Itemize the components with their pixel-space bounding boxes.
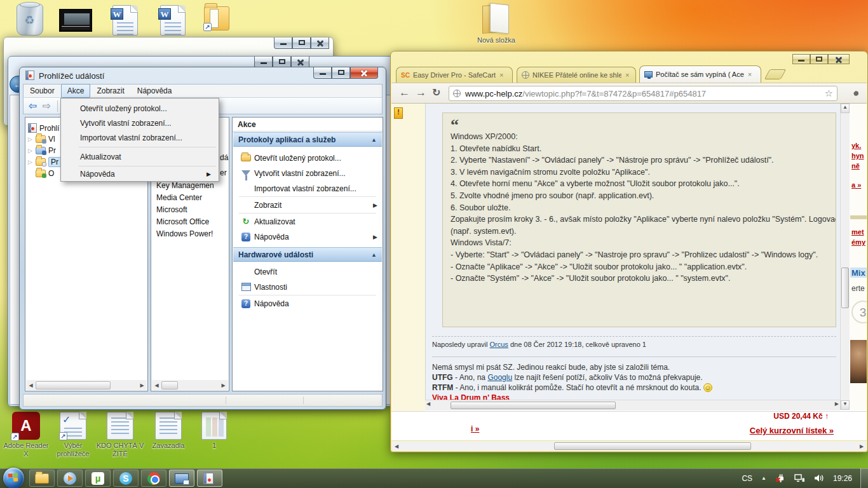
scrollbar-thumb[interactable]	[554, 442, 751, 450]
titlebar[interactable]: Prohlížeč událostí	[20, 67, 386, 84]
list-item[interactable]: Windows Power!	[156, 229, 213, 238]
horizontal-scrollbar[interactable]: ◀ ▶	[26, 380, 147, 390]
taskbar-event-viewer[interactable]	[197, 470, 222, 487]
action-refresh[interactable]: ↻ Aktualizovat	[238, 214, 377, 229]
taskbar-utorrent[interactable]: µ	[85, 470, 111, 487]
forward-button[interactable]: →	[416, 86, 426, 99]
tab-close-icon[interactable]: ×	[748, 71, 752, 78]
list-item[interactable]: Microsoft	[156, 205, 187, 214]
scrollbar-thumb[interactable]	[36, 381, 111, 390]
window-horizontal-scrollbar[interactable]: ◀ ▶	[391, 441, 867, 451]
action-properties[interactable]: Vlastnosti	[238, 280, 377, 294]
tree-item-protokoly-windows[interactable]: ▷ Pr	[28, 145, 56, 156]
sidebar-link[interactable]: met	[851, 228, 864, 236]
tree-item-protokoly-aplikaci[interactable]: ▷ Pr	[28, 156, 61, 167]
scroll-down-icon[interactable]: ▼	[841, 400, 850, 410]
new-tab-button[interactable]	[764, 69, 787, 79]
sidebar-link[interactable]: a »	[851, 181, 861, 189]
collapse-icon[interactable]: ▲	[371, 252, 377, 258]
desktop-icon-recycle-bin[interactable]: ♻	[5, 4, 55, 36]
menu-item-import-custom-view[interactable]: Importovat vlastní zobrazení...	[62, 130, 217, 145]
address-bar[interactable]: www.pc-help.cz/viewtopic.php?f=7&t=87472…	[449, 86, 837, 101]
maximize-button[interactable]	[292, 37, 311, 49]
scroll-right-icon[interactable]: ▶	[835, 401, 839, 407]
tree-item-odbery[interactable]: ▷ O	[28, 168, 54, 179]
action-create-custom-view[interactable]: Vytvořit vlastní zobrazení...	[238, 166, 377, 180]
sidebar-link[interactable]: ně	[851, 162, 860, 170]
scroll-right-icon[interactable]: ▶	[219, 383, 228, 388]
tab-close-icon[interactable]: ×	[625, 71, 629, 79]
author-link[interactable]: Orcus	[490, 341, 508, 348]
tree-item-vlastni-zobrazeni[interactable]: ▷ Vl	[28, 133, 55, 144]
tab-close-icon[interactable]: ×	[499, 71, 503, 79]
close-button[interactable]	[350, 67, 378, 79]
menu-zobrazit[interactable]: Zobrazit	[90, 84, 130, 98]
actions-group-protokoly[interactable]: Protokoly aplikací a služeb ▲	[233, 132, 382, 147]
network-icon[interactable]	[794, 474, 805, 482]
sidebar-link[interactable]: hyn	[851, 152, 864, 159]
taskbar-remote-viewer[interactable]	[169, 470, 194, 487]
menu-soubor[interactable]: Soubor	[24, 84, 61, 98]
scroll-right-icon[interactable]: ▶	[857, 444, 867, 449]
inner-horizontal-scrollbar[interactable]: ◀ ▶	[425, 400, 840, 410]
sidebar-link[interactable]: émy	[851, 238, 865, 246]
taskbar-media-player[interactable]	[57, 470, 83, 487]
tree-item-root[interactable]: Prohlí	[28, 123, 59, 133]
wrench-icon[interactable]	[848, 88, 858, 101]
collapse-icon[interactable]: ▲	[371, 137, 377, 143]
menu-item-open-saved-log[interactable]: Otevřít uložený protokol...	[62, 101, 217, 116]
clock[interactable]: 19:26	[833, 474, 852, 483]
scrollbar-thumb[interactable]	[841, 268, 849, 308]
volume-icon[interactable]	[814, 474, 824, 482]
list-item[interactable]: er	[220, 168, 227, 177]
back-button[interactable]: ←	[399, 86, 410, 99]
list-item[interactable]: Microsoft Office	[156, 217, 209, 226]
desktop-icon-zavazadla[interactable]: Zavazadla	[144, 412, 193, 450]
desktop-icon-vyber-prohlizece[interactable]: ✓ ↗ Výběr prohlížeče	[48, 412, 98, 458]
show-desktop-button[interactable]	[860, 468, 868, 488]
desktop-icon-photo[interactable]	[51, 9, 100, 32]
minimize-button[interactable]	[313, 67, 332, 79]
action-view-submenu[interactable]: Zobrazit ▶	[238, 198, 377, 212]
action-help-submenu[interactable]: ? Nápověda ▶	[238, 229, 377, 244]
tab-easy-driver-pro[interactable]: SC Easy Driver Pro - SafeCart ×	[396, 67, 513, 83]
taskbar-chrome[interactable]	[141, 470, 166, 487]
desktop-icon-1[interactable]: 1	[189, 412, 239, 450]
tab-pocitac-se-sam-vypina[interactable]: Počítač se sám vypíná ( Ace ×	[639, 65, 761, 83]
scrollbar-thumb[interactable]	[161, 381, 178, 390]
google-link[interactable]: Googlu	[487, 373, 512, 382]
minimize-button[interactable]	[792, 54, 810, 64]
expand-icon[interactable]: ▷	[28, 147, 36, 154]
horizontal-scrollbar[interactable]: ◀ ▶	[152, 380, 228, 390]
minimize-button[interactable]	[274, 37, 292, 49]
scroll-right-icon[interactable]: ▶	[137, 383, 147, 388]
menu-item-create-custom-view[interactable]: Vytvořit vlastní zobrazení...	[62, 116, 217, 130]
desktop-icon-word-document-2[interactable]: W	[148, 5, 198, 36]
browser-window[interactable]: SC Easy Driver Pro - SafeCart × NIKEE Př…	[390, 51, 868, 452]
menu-item-refresh[interactable]: Aktualizovat	[62, 149, 217, 164]
sidebar-link[interactable]: yk.	[851, 142, 861, 149]
desktop-icon-nova-slozka[interactable]: Nová složka	[471, 3, 521, 44]
language-indicator[interactable]: CS	[742, 474, 752, 483]
desktop-icon-folder-shortcut[interactable]: ↗	[192, 6, 241, 30]
scroll-left-icon[interactable]: ◀	[26, 383, 36, 388]
actions-group-hardwarove[interactable]: Hardwarové události ▲	[233, 247, 382, 262]
close-button[interactable]	[828, 54, 850, 64]
scrollbar-thumb[interactable]	[451, 402, 616, 409]
scroll-left-icon[interactable]: ◀	[391, 444, 402, 449]
list-item[interactable]: Media Center	[156, 193, 202, 202]
start-button[interactable]	[3, 468, 24, 488]
more-link[interactable]: i »	[471, 424, 479, 433]
expand-icon[interactable]: ▷	[28, 136, 36, 142]
scroll-left-icon[interactable]: ◀	[152, 383, 161, 388]
desktop-icon-word-document-1[interactable]: W	[100, 5, 150, 36]
close-button[interactable]	[311, 37, 329, 49]
list-item[interactable]: Key Managemen	[156, 181, 214, 190]
action-open-saved-log[interactable]: Otevřít uložený protokol...	[238, 151, 377, 165]
list-item[interactable]: dá	[220, 153, 228, 162]
power-error-icon[interactable]	[775, 474, 785, 483]
action-import-custom-view[interactable]: Importovat vlastní zobrazení...	[238, 181, 377, 196]
action-help[interactable]: ? Nápověda	[238, 296, 377, 311]
vertical-scrollbar[interactable]: ▲ ▼	[840, 104, 850, 410]
bookmark-star-icon[interactable]: ☆	[825, 88, 833, 99]
